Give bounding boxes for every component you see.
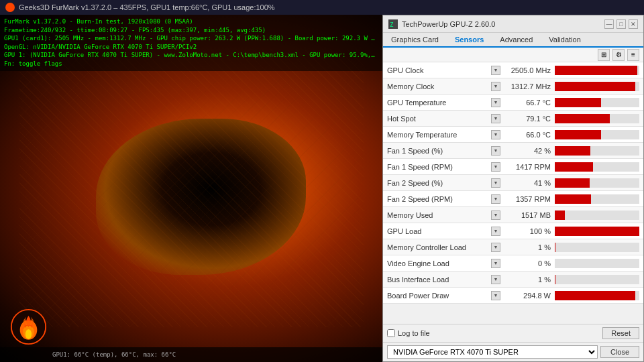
sensor-dropdown-button[interactable]: ▼ [491,130,500,139]
sensor-value: 1417 RPM [504,163,555,171]
sensor-bar [555,243,555,252]
sensor-name: Board Power Draw [387,292,491,300]
sensor-dropdown-button[interactable]: ▼ [491,146,500,156]
svg-text:Z: Z [390,21,394,28]
sensor-dropdown-button[interactable]: ▼ [491,227,500,236]
tab-advanced[interactable]: Advanced [492,33,541,46]
furmark-viewport: FurMark v1.37.2.0 - Burn-In test, 1920x1… [0,15,382,362]
sensor-value: 1 % [504,243,555,251]
sensor-value: 2505.0 MHz [504,66,555,74]
sensor-row: Bus Interface Load▼1 % [383,272,643,288]
sensor-bar-container [555,82,639,91]
gpuz-panel: Z TechPowerUp GPU-Z 2.60.0 — □ ✕ Graphic… [382,15,644,362]
sensor-dropdown-button[interactable]: ▼ [491,259,500,268]
gpuz-titlebar: Z TechPowerUp GPU-Z 2.60.0 — □ ✕ [383,15,643,33]
sensor-name: Memory Clock [387,82,491,90]
sensor-value: 1 % [504,276,555,284]
menu-button[interactable]: ≡ [627,49,639,61]
sensor-name: Fan 2 Speed (RPM) [387,195,491,203]
furmark-bottom-bar: GPU1: 66°C (temp), 66°C, max: 66°C [0,347,382,362]
reset-button[interactable]: Reset [602,327,639,339]
sensor-name: Memory Temperature [387,131,491,139]
close-main-button[interactable]: Close [600,346,639,358]
sensor-value: 0 % [504,259,555,267]
grid-button[interactable]: ⊞ [598,49,610,61]
gpuz-footer: NVIDIA GeForce RTX 4070 Ti SUPER Close [383,342,643,361]
sensor-row: GPU Load▼100 % [383,223,643,239]
settings-button[interactable]: ⚙ [612,49,625,61]
sensors-list[interactable]: GPU Clock▼2505.0 MHzMemory Clock▼1312.7 … [383,62,643,324]
sensor-bar [555,291,635,300]
sensor-value: 1517 MB [504,211,555,219]
sensor-dropdown-button[interactable]: ▼ [491,291,500,300]
sensor-bar-container [555,114,639,123]
sensor-bar [555,82,635,91]
sensor-row: Memory Clock▼1312.7 MHz [383,78,643,95]
sensor-bar-container [555,259,639,268]
sensor-row: Hot Spot▼79.1 °C [383,111,643,127]
sensor-value: 1357 RPM [504,195,555,203]
sensor-bar [555,146,590,156]
sensor-value: 41 % [504,179,555,187]
sensor-dropdown-button[interactable]: ▼ [491,178,500,188]
sensor-bar-container [555,210,639,220]
sensor-row: Fan 1 Speed (%)▼42 % [383,143,643,159]
sensor-name: Fan 1 Speed (%) [387,147,491,155]
sensor-row: Fan 1 Speed (RPM)▼1417 RPM [383,159,643,175]
sensor-row: GPU Clock▼2505.0 MHz [383,62,643,78]
tab-graphics-card[interactable]: Graphics Card [383,33,447,46]
sensor-value: 79.1 °C [504,115,555,123]
sensor-dropdown-button[interactable]: ▼ [491,275,500,284]
sensor-value: 1312.7 MHz [504,82,555,90]
sensor-bar-container [555,194,639,204]
sensor-dropdown-button[interactable]: ▼ [491,114,500,123]
sensor-dropdown-button[interactable]: ▼ [491,162,500,172]
log-checkbox[interactable] [387,329,395,337]
gpuz-icon: Z [388,19,398,29]
tab-validation[interactable]: Validation [541,33,589,46]
sensor-bar [555,130,601,139]
gpu-selector[interactable]: NVIDIA GeForce RTX 4070 Ti SUPER [387,345,598,359]
sensor-bar-container [555,162,639,172]
furmark-logo [10,308,47,345]
log-label: Log to file [398,329,430,337]
sensor-dropdown-button[interactable]: ▼ [491,243,500,252]
sensor-value: 66.7 °C [504,99,555,107]
gpuz-toolbar: ⊞ ⚙ ≡ [383,48,643,62]
sensor-name: GPU Temperature [387,99,491,107]
sensor-dropdown-button[interactable]: ▼ [491,82,500,91]
sensor-row: GPU Temperature▼66.7 °C [383,95,643,111]
sensor-bar [555,178,590,188]
sensor-bar-container [555,146,639,156]
sensor-bar-container [555,275,639,284]
sensor-dropdown-button[interactable]: ▼ [491,66,500,75]
tab-sensors[interactable]: Sensors [447,33,492,48]
gpuz-tab-bar: Graphics Card Sensors Advanced Validatio… [383,33,643,48]
maximize-button[interactable]: □ [616,19,626,29]
sensor-dropdown-button[interactable]: ▼ [491,210,500,220]
sensor-bar-container [555,243,639,252]
sensor-bar [555,162,593,172]
sensor-name: GPU Load [387,227,491,235]
sensor-bar-container [555,178,639,188]
sensor-row: Memory Temperature▼66.0 °C [383,127,643,143]
minimize-button[interactable]: — [604,19,614,29]
furmark-status-text: GPU1: 66°C (temp), 66°C, max: 66°C [5,351,176,358]
sensor-row: Fan 2 Speed (%)▼41 % [383,175,643,191]
sensor-bar [555,114,610,123]
sensor-dropdown-button[interactable]: ▼ [491,98,500,107]
sensor-dropdown-button[interactable]: ▼ [491,194,500,204]
sensor-bar-container [555,98,639,107]
sensor-row: Memory Controller Load▼1 % [383,239,643,255]
sensor-bar-container [555,227,639,236]
close-window-button[interactable]: ✕ [629,19,638,29]
sensor-name: GPU Clock [387,66,491,74]
sensor-bar [555,194,591,204]
sensor-bar [555,227,639,236]
sensor-name: Memory Controller Load [387,243,491,251]
sensor-row: Video Engine Load▼0 % [383,255,643,272]
sensor-row: Memory Used▼1517 MB [383,207,643,223]
sensor-bar [555,210,565,220]
window-controls: — □ ✕ [604,19,638,29]
furmark-title: Geeks3D FurMark v1.37.2.0 – 435FPS, GPU1… [19,3,275,11]
